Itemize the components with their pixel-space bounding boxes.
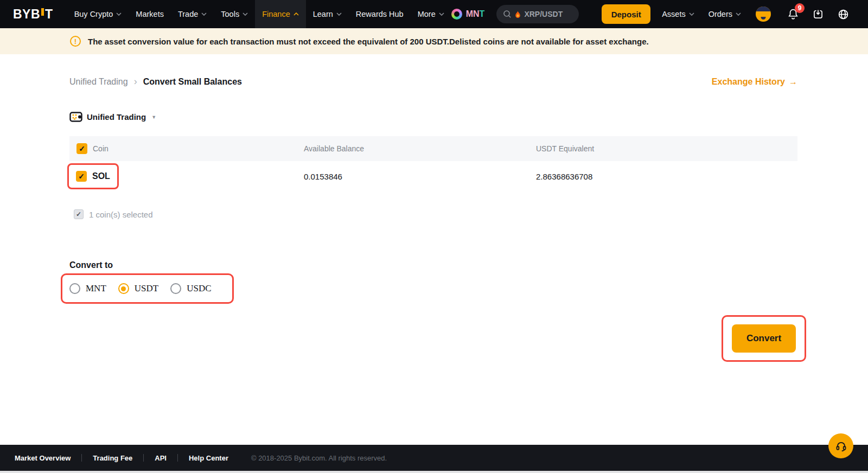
chevron-down-icon: [689, 12, 694, 16]
notice-text: The asset conversion value for each tran…: [88, 37, 649, 46]
radio-circle[interactable]: [69, 283, 80, 294]
nav-item-markets[interactable]: Markets: [129, 0, 171, 28]
breadcrumb: Unified Trading › Convert Small Balances: [69, 76, 242, 87]
nav-item-orders[interactable]: Orders: [701, 0, 748, 28]
nav-item-finance[interactable]: Finance: [255, 0, 306, 28]
bybit-logo[interactable]: BYBT: [13, 7, 53, 22]
nav-item-label: Finance: [262, 10, 290, 18]
chevron-down-icon: [736, 12, 741, 16]
notifications-button[interactable]: 9: [788, 8, 799, 20]
nav-item-label: More: [418, 10, 436, 18]
highlight-box-convert-button: Convert: [722, 315, 806, 362]
download-app-button[interactable]: [813, 9, 824, 20]
convert-button[interactable]: Convert: [732, 324, 796, 353]
breadcrumb-unified-trading[interactable]: Unified Trading: [69, 77, 128, 87]
table-header-row: ✓ Coin Available Balance USDT Equivalent: [69, 136, 797, 161]
globe-icon: [838, 9, 849, 20]
chevron-down-icon: [116, 12, 122, 16]
convert-to-section: Convert to MNT USDT USDC: [69, 260, 797, 304]
chevron-down-icon: [201, 12, 207, 16]
select-all-checkbox[interactable]: ✓: [76, 143, 87, 154]
nav-item-label: Buy Crypto: [74, 10, 113, 18]
notification-badge: 9: [795, 3, 805, 13]
highlight-box-convert-to: MNT USDT USDC: [61, 273, 234, 304]
radio-option-usdt[interactable]: USDT: [118, 283, 158, 294]
convert-to-label: Convert to: [69, 260, 797, 270]
top-nav: BYBT Buy Crypto Markets Trade Tools Fina…: [0, 0, 868, 28]
logo-text-left: BYB: [13, 7, 40, 22]
nav-item-label: Rewards Hub: [356, 10, 404, 18]
radio-option-usdc[interactable]: USDC: [170, 283, 211, 294]
nav-item-label: Orders: [709, 10, 732, 18]
summary-text: 1 coin(s) selected: [89, 210, 153, 219]
logo-text-right: T: [45, 7, 53, 22]
search-icon: [503, 10, 512, 18]
radio-option-mnt[interactable]: MNT: [69, 283, 106, 294]
usdt-equivalent-value: 2.86368636708: [536, 172, 797, 181]
search-bar[interactable]: [496, 5, 579, 23]
summary-checkbox[interactable]: ✓: [74, 209, 84, 219]
radio-label: MNT: [86, 283, 106, 294]
radio-circle-selected[interactable]: [118, 283, 129, 294]
fire-icon: [514, 10, 521, 18]
nav-item-rewards-hub[interactable]: Rewards Hub: [349, 0, 411, 28]
search-input[interactable]: [524, 10, 571, 18]
selection-summary: ✓ 1 coin(s) selected: [74, 209, 797, 219]
nav-item-assets[interactable]: Assets: [655, 0, 701, 28]
coin-name: SOL: [92, 171, 110, 181]
radio-label: USDC: [187, 283, 211, 294]
footer-link-api[interactable]: API: [144, 454, 177, 462]
mnt-label: MNT: [466, 9, 485, 19]
coin-row-checkbox[interactable]: ✓: [76, 171, 87, 182]
exchange-history-label: Exchange History: [712, 77, 785, 87]
footer-link-help-center[interactable]: Help Center: [178, 454, 239, 462]
chevron-right-icon: ›: [134, 76, 137, 87]
column-header-available-balance: Available Balance: [304, 144, 536, 153]
exchange-history-link[interactable]: Exchange History →: [712, 77, 797, 87]
nav-item-learn[interactable]: Learn: [306, 0, 349, 28]
radio-label: USDT: [135, 283, 158, 294]
nav-item-label: Assets: [662, 10, 686, 18]
deposit-button[interactable]: Deposit: [602, 4, 650, 24]
main-content: Unified Trading › Convert Small Balances…: [0, 54, 868, 445]
avatar[interactable]: [756, 7, 771, 22]
download-icon: [813, 9, 824, 20]
table-row: ✓ SOL 0.0153846 2.86368636708: [69, 161, 797, 191]
nav-item-more[interactable]: More: [411, 0, 451, 28]
warning-icon: !: [70, 36, 81, 47]
chevron-down-icon: [336, 12, 342, 16]
chevron-down-icon: [439, 12, 444, 16]
footer-link-market-overview[interactable]: Market Overview: [15, 454, 81, 462]
footer: Market Overview Trading Fee API Help Cen…: [0, 445, 868, 471]
account-selector[interactable]: Unified Trading ▼: [69, 112, 797, 122]
account-selector-label: Unified Trading: [87, 112, 146, 122]
highlight-box-coin: ✓ SOL: [67, 163, 119, 189]
nav-item-label: Trade: [178, 10, 198, 18]
nav-item-label: Learn: [313, 10, 333, 18]
copyright-text: © 2018-2025 Bybit.com. All rights reserv…: [251, 454, 387, 462]
notice-banner: ! The asset conversion value for each tr…: [0, 28, 868, 54]
language-button[interactable]: [838, 9, 849, 20]
chevron-up-icon: [293, 12, 299, 16]
nav-item-label: Tools: [221, 10, 239, 18]
mnt-token-icon: [451, 9, 462, 20]
logo-accent-bar: [41, 8, 44, 16]
radio-circle[interactable]: [170, 283, 181, 294]
footer-link-trading-fee[interactable]: Trading Fee: [82, 454, 143, 462]
chevron-down-icon: [242, 12, 248, 16]
column-header-usdt-equivalent: USDT Equivalent: [536, 144, 797, 153]
dropdown-caret-icon: ▼: [151, 114, 156, 120]
headset-icon: [835, 440, 847, 452]
nav-item-tools[interactable]: Tools: [214, 0, 255, 28]
account-icon: [69, 112, 82, 122]
available-balance-value: 0.0153846: [304, 172, 536, 181]
column-header-coin: Coin: [93, 144, 108, 153]
page-title: Convert Small Balances: [143, 77, 242, 87]
nav-item-mnt-token[interactable]: MNT: [451, 9, 485, 20]
nav-item-buy-crypto[interactable]: Buy Crypto: [67, 0, 129, 28]
nav-item-label: Markets: [136, 10, 164, 18]
arrow-right-icon: →: [789, 77, 797, 87]
balances-table: ✓ Coin Available Balance USDT Equivalent…: [69, 136, 797, 191]
nav-item-trade[interactable]: Trade: [171, 0, 214, 28]
support-button[interactable]: [828, 433, 853, 458]
